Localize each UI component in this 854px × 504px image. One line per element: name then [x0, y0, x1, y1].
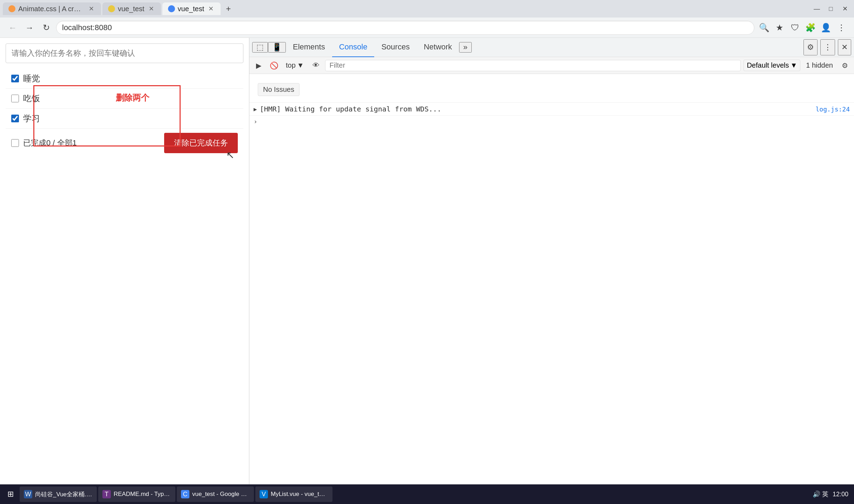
task-item-study: 学习 [6, 109, 243, 129]
tab-title-vue2: vue_test [178, 5, 204, 13]
chrome-icon: C [181, 490, 189, 498]
task-checkbox-study[interactable] [11, 115, 19, 122]
address-bar: ← → ↻ localhost:8080 🔍 ★ 🛡 🧩 👤 ⋮ [0, 18, 854, 38]
bookmark-star-icon[interactable]: ★ [773, 21, 787, 35]
main-area: 删除两个 睡觉 吃饭 学习 已完成0 / 全部1 清除已 [0, 38, 854, 500]
tab-close-vue1[interactable]: ✕ [147, 4, 155, 13]
task-label-eat: 吃饭 [23, 93, 40, 104]
default-levels-dropdown[interactable]: Default levels ▼ [744, 60, 800, 71]
tab-favicon-vue2 [168, 5, 175, 12]
reload-button[interactable]: ↻ [39, 21, 53, 35]
webpage: 删除两个 睡觉 吃饭 学习 已完成0 / 全部1 清除已 [0, 38, 249, 500]
delete-annotation: 删除两个 [116, 92, 149, 103]
taskbar-item-chrome[interactable]: C vue_test - Google C... [177, 486, 254, 502]
tab-close-animate[interactable]: ✕ [87, 4, 95, 13]
extensions-icon[interactable]: 🧩 [803, 21, 818, 35]
start-button[interactable]: ⊞ [3, 486, 18, 502]
taskbar-right: 🔊 英 12:00 [813, 490, 851, 498]
tab-favicon-vue1 [108, 5, 115, 12]
search-icon[interactable]: 🔍 [757, 21, 771, 35]
devtools-more-options-icon[interactable]: ⋮ [820, 39, 835, 55]
console-log-source[interactable]: log.js:24 [815, 105, 850, 113]
devtools-inspect-icon[interactable]: ⬚ [252, 42, 268, 53]
filter-input[interactable] [325, 60, 741, 71]
tab-close-vue2[interactable]: ✕ [207, 4, 215, 13]
menu-icon[interactable]: ⋮ [834, 21, 848, 35]
vscode-icon: V [260, 490, 268, 498]
devtools-settings-icon[interactable]: ⚙ [803, 39, 818, 55]
task-checkbox-all[interactable] [11, 139, 19, 147]
task-item-sleep: 睡觉 [6, 69, 243, 89]
no-issues-label: No Issues [263, 86, 294, 94]
tab-animate[interactable]: Animate.css | A cross-browse... ✕ [3, 2, 101, 15]
no-issues-area: No Issues [249, 77, 854, 103]
console-prompt[interactable]: › [249, 116, 854, 127]
task-label-study: 学习 [23, 113, 40, 124]
taskbar-label-word: 尚硅谷_Vue全家桶.d... [35, 490, 93, 498]
top-context-dropdown[interactable]: top ▼ [283, 60, 307, 71]
default-levels-arrow: ▼ [790, 61, 797, 69]
toolbar-icons: 🔍 ★ 🛡 🧩 👤 ⋮ [757, 21, 848, 35]
url-text: localhost:8080 [62, 23, 112, 32]
console-block-icon[interactable]: 🚫 [268, 59, 280, 72]
back-button[interactable]: ← [6, 21, 20, 35]
taskbar-item-vscode[interactable]: V MyList.vue - vue_tes... [255, 486, 332, 502]
new-tab-button[interactable]: + [222, 2, 235, 15]
console-caret-icon: › [254, 118, 257, 125]
minimize-button[interactable]: — [811, 2, 823, 15]
shield-icon[interactable]: 🛡 [788, 21, 802, 35]
top-label: top [286, 61, 296, 69]
devtools-tabs: ⬚ 📱 Elements Console Sources Network » ⚙… [249, 38, 854, 57]
devtools-settings-area: ⚙ ⋮ ✕ [803, 39, 851, 55]
tab-network[interactable]: Network [417, 38, 459, 57]
console-settings-icon[interactable]: ⚙ [839, 59, 851, 72]
tab-title-vue1: vue_test [118, 5, 144, 13]
window-controls: — □ ✕ [811, 2, 851, 15]
devtools-panel: ⬚ 📱 Elements Console Sources Network » ⚙… [249, 38, 854, 500]
no-issues-badge: No Issues [258, 83, 300, 96]
console-expand-icon[interactable]: ▶ [254, 106, 257, 113]
tab-vue1[interactable]: vue_test ✕ [102, 2, 161, 15]
task-checkbox-eat[interactable] [11, 95, 19, 102]
taskbar-item-typora[interactable]: T README.md - Typo... [98, 486, 175, 502]
tab-elements[interactable]: Elements [286, 38, 332, 57]
tab-favicon-animate [8, 5, 15, 12]
console-run-icon[interactable]: ▶ [252, 59, 265, 72]
console-log-text: [HMR] Waiting for update signal from WDS… [260, 105, 816, 113]
taskbar-label-vscode: MyList.vue - vue_tes... [271, 491, 328, 498]
taskbar-system-icons: 🔊 英 [813, 490, 828, 498]
tab-title-animate: Animate.css | A cross-browse... [18, 5, 85, 13]
forward-button[interactable]: → [22, 21, 36, 35]
devtools-device-icon[interactable]: 📱 [268, 42, 286, 53]
url-bar[interactable]: localhost:8080 [56, 21, 754, 35]
devtools-more-tabs-button[interactable]: » [459, 42, 472, 53]
task-input[interactable] [6, 43, 243, 63]
console-content: No Issues ▶ [HMR] Waiting for update sig… [249, 74, 854, 500]
console-toolbar: ▶ 🚫 top ▼ 👁 Default levels ▼ 1 hidden ⚙ [249, 57, 854, 74]
tab-vue2[interactable]: vue_test ✕ [162, 2, 221, 15]
task-checkbox-sleep[interactable] [11, 75, 19, 82]
taskbar-time: 12:00 [833, 491, 848, 498]
tab-console[interactable]: Console [332, 38, 375, 57]
task-label-sleep: 睡觉 [23, 73, 40, 84]
footer-text: 已完成0 / 全部1 [23, 138, 77, 148]
profile-icon[interactable]: 👤 [819, 21, 833, 35]
console-log-row: ▶ [HMR] Waiting for update signal from W… [249, 103, 854, 116]
taskbar-label-typora: README.md - Typo... [114, 491, 171, 498]
top-dropdown-arrow: ▼ [297, 61, 304, 69]
close-button[interactable]: ✕ [839, 2, 851, 15]
taskbar: ⊞ W 尚硅谷_Vue全家桶.d... T README.md - Typo..… [0, 484, 854, 504]
default-levels-label: Default levels [747, 61, 789, 69]
word-icon: W [24, 490, 32, 498]
title-bar: Animate.css | A cross-browse... ✕ vue_te… [0, 0, 854, 18]
typora-icon: T [102, 490, 111, 498]
taskbar-label-chrome: vue_test - Google C... [192, 491, 250, 498]
tab-sources[interactable]: Sources [374, 38, 417, 57]
maximize-button[interactable]: □ [825, 2, 837, 15]
devtools-close-icon[interactable]: ✕ [838, 39, 851, 55]
taskbar-item-word[interactable]: W 尚硅谷_Vue全家桶.d... [20, 486, 97, 502]
hidden-count: 1 hidden [803, 61, 836, 69]
clear-completed-button[interactable]: 清除已完成任务 [164, 133, 238, 153]
eye-toggle-icon[interactable]: 👁 [310, 59, 322, 72]
task-footer: 已完成0 / 全部1 清除已完成任务 [6, 129, 243, 157]
